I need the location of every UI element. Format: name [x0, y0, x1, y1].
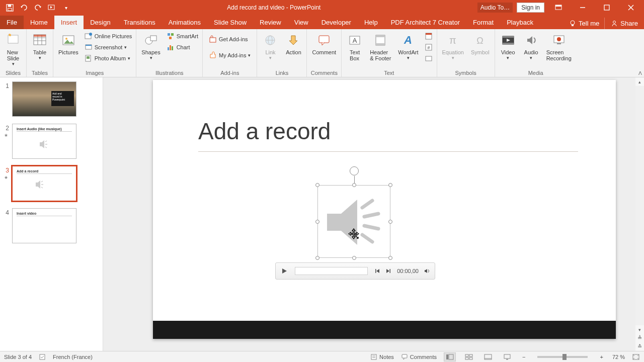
photo-album-button[interactable]: Photo Album ▾: [83, 53, 134, 63]
minimize-icon[interactable]: [573, 0, 593, 15]
svg-rect-31: [168, 33, 170, 36]
vertical-scrollbar[interactable]: ▴ ▾ ≜ ≛: [635, 77, 644, 351]
language-indicator[interactable]: French (France): [53, 354, 93, 360]
resize-handle[interactable]: [388, 256, 392, 260]
resize-handle[interactable]: [388, 183, 392, 187]
resize-handle[interactable]: [315, 183, 319, 187]
normal-view-button[interactable]: [444, 352, 456, 361]
thumbnail-2[interactable]: 2★ Insert Audio (like musique): [3, 124, 100, 159]
object-button[interactable]: [423, 53, 435, 63]
tab-slideshow[interactable]: Slide Show: [207, 16, 253, 29]
resize-handle[interactable]: [388, 220, 392, 224]
zoom-level[interactable]: 72 %: [612, 354, 625, 360]
tab-playback[interactable]: Playback: [500, 16, 540, 29]
object-icon: [425, 54, 433, 62]
save-icon[interactable]: [5, 3, 14, 12]
collapse-ribbon-icon[interactable]: ᐱ: [638, 70, 642, 76]
header-footer-button[interactable]: Header & Footer: [367, 31, 394, 62]
quick-access-toolbar: ▾: [0, 3, 70, 12]
skip-back-button[interactable]: [373, 266, 382, 276]
tab-help[interactable]: Help: [358, 16, 384, 29]
screen-recording-button[interactable]: Screen Recording: [543, 31, 575, 62]
rotate-handle[interactable]: [350, 166, 359, 175]
zoom-out-button[interactable]: −: [520, 354, 527, 360]
date-time-button[interactable]: [423, 31, 435, 41]
shapes-button[interactable]: Shapes ▾: [138, 31, 163, 61]
slide-sorter-view-button[interactable]: [463, 352, 475, 361]
reading-view-button[interactable]: [482, 352, 494, 361]
resize-handle[interactable]: [315, 220, 319, 224]
table-button[interactable]: Table ▾: [29, 31, 51, 61]
scroll-up-icon[interactable]: ▴: [635, 77, 644, 86]
ribbon-display-options-icon[interactable]: [548, 0, 569, 15]
svg-rect-72: [446, 354, 448, 359]
tab-home[interactable]: Home: [24, 16, 54, 29]
online-pictures-button[interactable]: Online Pictures: [83, 31, 134, 41]
skip-forward-button[interactable]: [384, 266, 393, 276]
svg-rect-33: [169, 37, 172, 39]
get-addins-button[interactable]: Get Add-ins: [207, 34, 253, 44]
thumbnail-4[interactable]: 4 Insert video: [3, 208, 100, 243]
slideshow-view-button[interactable]: [501, 352, 513, 361]
scroll-down-icon[interactable]: ▾: [635, 325, 644, 334]
undo-icon[interactable]: [19, 3, 28, 12]
action-button[interactable]: Action: [282, 31, 304, 56]
table-icon: [32, 32, 48, 48]
tab-design[interactable]: Design: [84, 16, 117, 29]
audio-object[interactable]: [317, 185, 390, 258]
tab-view[interactable]: View: [288, 16, 315, 29]
pictures-button[interactable]: Pictures: [55, 31, 82, 56]
slide-canvas[interactable]: Add a record: [153, 80, 616, 339]
new-slide-button[interactable]: New Slide ▾: [2, 31, 24, 67]
prev-slide-icon[interactable]: ≜: [635, 334, 644, 342]
resize-handle[interactable]: [352, 256, 356, 260]
screenshot-button[interactable]: Screenshot ▾: [83, 42, 134, 52]
thumbnail-1[interactable]: 1 Add andrecord inPowerpoint: [3, 81, 100, 117]
start-from-beginning-icon[interactable]: [47, 3, 56, 12]
tab-animations[interactable]: Animations: [162, 16, 207, 29]
smartart-button[interactable]: SmartArt: [165, 31, 200, 41]
slide-thumbnails-panel: 1 Add andrecord inPowerpoint 2★ Insert A…: [0, 77, 103, 351]
wordart-button[interactable]: A WordArt▾: [395, 31, 421, 61]
tab-review[interactable]: Review: [253, 16, 288, 29]
notes-button[interactable]: Notes: [370, 353, 394, 360]
slide-title[interactable]: Add a record: [198, 118, 331, 145]
resize-handle[interactable]: [352, 183, 356, 187]
spellcheck-icon[interactable]: [39, 353, 46, 360]
qat-more-icon[interactable]: ▾: [61, 3, 70, 12]
svg-rect-37: [210, 38, 216, 42]
sign-in-button[interactable]: Sign in: [517, 3, 544, 13]
video-button[interactable]: Video▾: [497, 31, 519, 61]
zoom-slider[interactable]: [537, 356, 588, 358]
play-button[interactable]: [279, 265, 290, 277]
slide-number-button[interactable]: #: [423, 42, 435, 52]
fit-to-window-button[interactable]: [632, 353, 640, 360]
share-button[interactable]: Share: [604, 18, 644, 29]
tab-insert[interactable]: Insert: [54, 16, 84, 29]
audio-button[interactable]: Audio▾: [520, 31, 542, 61]
my-addins-button[interactable]: My Add-ins ▾: [207, 50, 253, 60]
comments-button[interactable]: Comments: [401, 353, 437, 360]
slide-position[interactable]: Slide 3 of 4: [4, 354, 32, 360]
seek-track[interactable]: [295, 267, 368, 275]
tell-me-search[interactable]: Tell me: [564, 18, 604, 29]
slide-editor[interactable]: Add a record: [103, 77, 644, 351]
tab-file[interactable]: File: [0, 16, 24, 29]
chart-button[interactable]: Chart: [165, 42, 200, 52]
volume-button[interactable]: [423, 266, 432, 276]
tab-pdf-architect[interactable]: PDF Architect 7 Creator: [384, 16, 466, 29]
tab-transitions[interactable]: Transitions: [117, 16, 162, 29]
close-icon[interactable]: [621, 0, 641, 15]
tab-format[interactable]: Format: [466, 16, 500, 29]
svg-rect-56: [503, 36, 514, 38]
next-slide-icon[interactable]: ≛: [635, 342, 644, 351]
svg-rect-2: [8, 8, 12, 11]
online-pictures-icon: [85, 32, 93, 40]
resize-handle[interactable]: [315, 256, 319, 260]
textbox-button[interactable]: A Text Box: [344, 31, 366, 62]
comment-button[interactable]: Comment: [309, 31, 339, 56]
tab-developer[interactable]: Developer: [315, 16, 358, 29]
maximize-icon[interactable]: [597, 0, 617, 15]
thumbnail-3[interactable]: 3★ Add a record: [3, 166, 100, 201]
zoom-in-button[interactable]: +: [598, 354, 605, 360]
